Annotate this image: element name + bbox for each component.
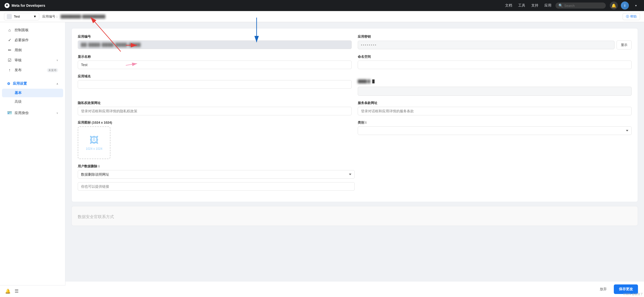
show-secret-button[interactable]: 显示 (617, 40, 632, 49)
sidebar-item-dashboard[interactable]: ⌂ 控制面板 (2, 25, 63, 35)
privacy-policy-group: 隐私权政策网址 (78, 101, 352, 115)
tos-url-group: 服务条款网址 (358, 101, 632, 115)
form-row-4: 隐私权政策网址 服务条款网址 (78, 101, 632, 120)
app-selector-chevron: ▼ (33, 15, 36, 18)
nav-support[interactable]: 支持 (531, 3, 538, 8)
sidebar: ⌂ 控制面板 ✓ 必要操作 ✏ 用例 ☑ 审核 ∨ ↑ 发布 未发布 ⚙ 应用设… (0, 22, 65, 297)
sidebar-sub-item-advanced[interactable]: 高级 (2, 97, 63, 106)
app-domain-input[interactable] (78, 80, 352, 89)
upload-photo-icon: 🖼 (90, 135, 99, 145)
form-row-2: 显示名称 命名空间 (78, 55, 632, 74)
sidebar-item-usecase[interactable]: ✏ 用例 (2, 45, 63, 55)
category-select[interactable] (358, 126, 632, 135)
sidebar-item-app-identity[interactable]: 🪪 应用身份 ∨ (2, 108, 63, 118)
user-data-deletion-label: 用户数据删除 ℹ (78, 164, 355, 169)
display-name-label: 显示名称 (78, 55, 352, 59)
app-icon-upload[interactable]: 🖼 1024 x 1024 (78, 126, 110, 159)
search-input[interactable] (564, 4, 602, 8)
domain-value-label (358, 74, 632, 78)
bottom-bar: 放弃 保存更改 (65, 281, 644, 297)
app-selector-name: Test (14, 15, 20, 18)
app-id-bar: 应用编号： ████████ █████████ (42, 14, 105, 19)
top-nav: Meta for Developers 文档 工具 支持 应用 🔍 🔔 i ▼ (0, 0, 644, 11)
app-id-group: 应用编号 ██ ████ ████ ████ ████ (78, 34, 352, 49)
settings-gear-icon: ⚙ (7, 82, 10, 86)
display-name-group: 显示名称 (78, 55, 352, 69)
domain-suffix: █ (372, 79, 375, 83)
user-data-deletion-group: 用户数据删除 ℹ 数据删除说明网址 (78, 164, 355, 191)
app-secret-label: 应用密钥 (358, 34, 632, 39)
tos-url-label: 服务条款网址 (358, 101, 632, 105)
namespace-label: 命名空间 (358, 55, 632, 59)
sidebar-label-app-identity: 应用身份 (15, 111, 54, 115)
publish-icon: ↑ (7, 68, 12, 72)
sidebar-label-usecase: 用例 (15, 48, 58, 53)
app-domain-label: 应用域名 (78, 74, 352, 79)
nav-tools[interactable]: 工具 (518, 3, 525, 8)
secondary-bar: Test ▼ 应用编号： ████████ █████████ ⓪ 帮助 (0, 11, 644, 22)
form-row-1: 应用编号 ██ ████ ████ ████ ████ 应用密钥 •••••••… (78, 34, 632, 55)
basic-settings-card: 应用编号 ██ ████ ████ ████ ████ 应用密钥 •••••••… (71, 28, 638, 202)
search-icon: 🔍 (558, 4, 563, 8)
sidebar-label-basic: 基本 (15, 91, 22, 95)
app-secret-group: 应用密钥 •••••••• 显示 (358, 34, 632, 49)
check-icon: ✓ (7, 38, 12, 42)
category-info-icon[interactable]: ℹ (365, 121, 367, 124)
domain-blurred-value: ████ █ (358, 79, 370, 83)
app-selector[interactable]: Test ▼ (4, 13, 39, 20)
app-id-blurred-value: ██ ████ ████ ████ ████ (81, 43, 141, 47)
upload-size-label: 1024 x 1024 (86, 147, 102, 151)
notification-bell[interactable]: 🔔 (610, 2, 618, 10)
sidebar-label-publish: 发布 (15, 68, 44, 72)
identity-icon: 🪪 (7, 111, 12, 115)
nav-apps[interactable]: 应用 (544, 3, 551, 8)
app-id-label: 应用编号 (78, 34, 352, 39)
app-id-label: 应用编号： (42, 14, 59, 19)
review-chevron: ∨ (56, 59, 58, 62)
namespace-input[interactable] (358, 61, 632, 69)
search-box[interactable]: 🔍 (555, 3, 606, 9)
logo: Meta for Developers (4, 3, 45, 9)
watermark: CSDN @抓住了 (623, 292, 643, 296)
display-name-input[interactable] (78, 61, 352, 69)
category-label: 类别 ℹ (358, 120, 632, 125)
sidebar-group-app-settings[interactable]: ⚙ 应用设置 ∧ (2, 79, 63, 88)
identity-chevron: ∨ (56, 112, 58, 114)
sidebar-sub-item-basic[interactable]: 基本 (2, 89, 63, 97)
app-icon-label: 应用图标 (1024 x 1024) (78, 120, 352, 125)
domain-value-input (358, 87, 632, 96)
sidebar-footer: 🔔 ☰ (0, 285, 65, 297)
nav-links: 文档 工具 支持 应用 (505, 3, 551, 8)
sidebar-item-review[interactable]: ☑ 审核 ∨ (2, 55, 63, 65)
layout: ⌂ 控制面板 ✓ 必要操作 ✏ 用例 ☑ 审核 ∨ ↑ 发布 未发布 ⚙ 应用设… (0, 22, 644, 297)
avatar[interactable]: i (621, 2, 629, 10)
data-security-title: 数据安全官联系方式 (78, 214, 632, 220)
form-row-3: 应用域名 ████ █ █ (78, 74, 632, 101)
help-circle-icon: ⓪ (626, 14, 629, 19)
discard-button[interactable]: 放弃 (596, 285, 611, 293)
sidebar-label-dashboard: 控制面板 (15, 28, 58, 32)
deletion-dropdown[interactable]: 数据删除说明网址 (78, 170, 355, 179)
sidebar-label-app-settings: 应用设置 (13, 81, 27, 86)
app-icon-group: 应用图标 (1024 x 1024) 🖼 1024 x 1024 (78, 120, 352, 159)
account-chevron[interactable]: ▼ (632, 2, 640, 10)
sidebar-label-review: 审核 (15, 58, 54, 63)
sidebar-label-required: 必要操作 (15, 38, 58, 42)
publish-badge: 未发布 (47, 68, 58, 72)
tos-url-input[interactable] (358, 107, 632, 115)
privacy-policy-input[interactable] (78, 107, 352, 115)
privacy-policy-label: 隐私权政策网址 (78, 101, 352, 105)
sidebar-label-advanced: 高级 (15, 100, 22, 104)
sidebar-item-publish[interactable]: ↑ 发布 未发布 (2, 65, 63, 75)
list-icon[interactable]: ☰ (15, 288, 19, 294)
deletion-link-input[interactable] (78, 182, 355, 191)
help-button[interactable]: ⓪ 帮助 (623, 13, 640, 20)
domain-value-group: ████ █ █ (358, 74, 632, 96)
app-secret-input: •••••••• (358, 41, 615, 49)
bell-icon[interactable]: 🔔 (5, 288, 11, 294)
sidebar-item-required[interactable]: ✓ 必要操作 (2, 35, 63, 45)
app-secret-row: •••••••• 显示 (358, 40, 632, 49)
app-id-value: ████████ █████████ (61, 15, 105, 18)
deletion-info-icon[interactable]: ℹ (98, 165, 100, 168)
nav-docs[interactable]: 文档 (505, 3, 512, 8)
